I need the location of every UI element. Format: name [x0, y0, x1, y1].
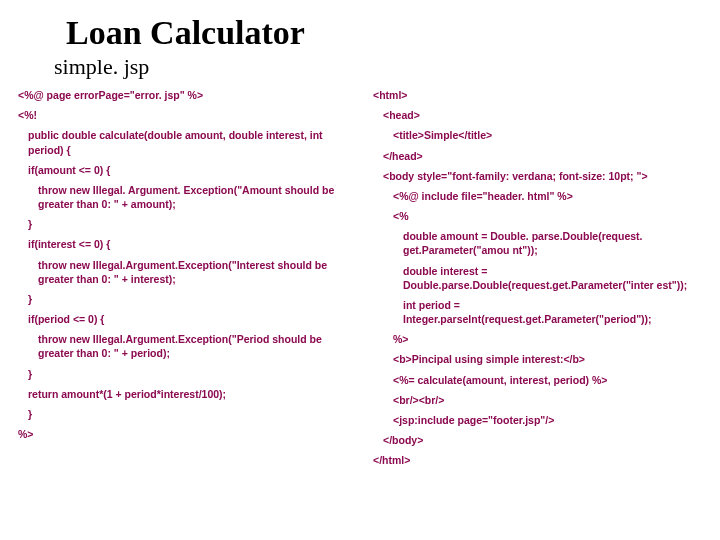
- code-line: <%!: [18, 108, 345, 122]
- code-line: if(interest <= 0) {: [18, 237, 345, 251]
- code-line: throw new Illegal. Argument. Exception("…: [18, 183, 345, 211]
- code-line: double interest = Double.parse.Double(re…: [373, 264, 700, 292]
- code-line: return amount*(1 + period*interest/100);: [18, 387, 345, 401]
- code-line: <%: [373, 209, 700, 223]
- code-line: <b>Pincipal using simple interest:</b>: [373, 352, 700, 366]
- code-line: <html>: [373, 88, 700, 102]
- code-line: }: [18, 292, 345, 306]
- code-line: <%= calculate(amount, interest, period) …: [373, 373, 700, 387]
- code-line: throw new Illegal.Argument.Exception("In…: [18, 258, 345, 286]
- code-line: <br/><br/>: [373, 393, 700, 407]
- page-subtitle: simple. jsp: [54, 54, 700, 80]
- code-line: <%@ page errorPage="error. jsp" %>: [18, 88, 345, 102]
- right-column: <html> <head> <title>Simple</title> </he…: [373, 88, 700, 473]
- code-line: </html>: [373, 453, 700, 467]
- page-title: Loan Calculator: [66, 14, 700, 52]
- code-line: <title>Simple</title>: [373, 128, 700, 142]
- code-line: int period = Integer.parseInt(request.ge…: [373, 298, 700, 326]
- code-line: </body>: [373, 433, 700, 447]
- code-line: }: [18, 217, 345, 231]
- code-line: <%@ include file="header. html" %>: [373, 189, 700, 203]
- code-line: %>: [373, 332, 700, 346]
- code-line: if(period <= 0) {: [18, 312, 345, 326]
- code-line: <body style="font-family: verdana; font-…: [373, 169, 700, 183]
- code-line: </head>: [373, 149, 700, 163]
- code-line: }: [18, 367, 345, 381]
- left-column: <%@ page errorPage="error. jsp" %> <%! p…: [18, 88, 345, 473]
- code-line: double amount = Double. parse.Double(req…: [373, 229, 700, 257]
- code-line: throw new Illegal.Argument.Exception("Pe…: [18, 332, 345, 360]
- code-line: public double calculate(double amount, d…: [18, 128, 345, 156]
- code-line: if(amount <= 0) {: [18, 163, 345, 177]
- code-line: %>: [18, 427, 345, 441]
- code-line: }: [18, 407, 345, 421]
- code-line: <head>: [373, 108, 700, 122]
- code-line: <jsp:include page="footer.jsp"/>: [373, 413, 700, 427]
- code-columns: <%@ page errorPage="error. jsp" %> <%! p…: [18, 88, 700, 473]
